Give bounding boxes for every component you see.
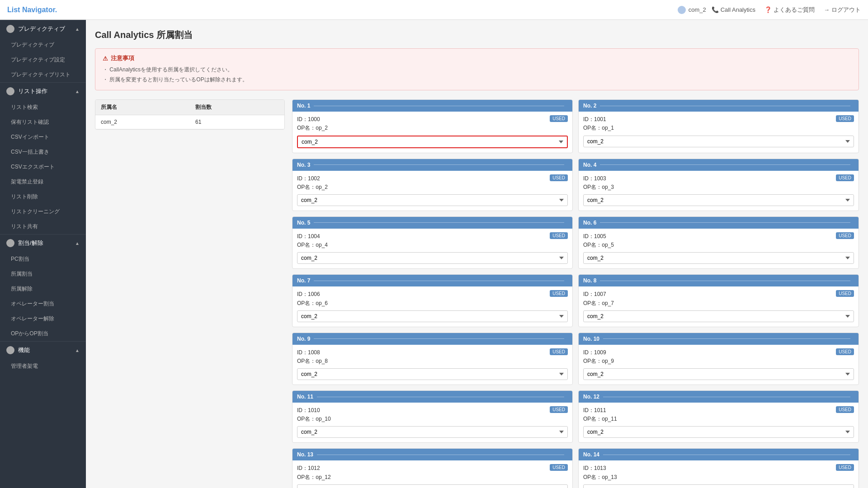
card-info-text-1: ID：1000OP名：op_2 (297, 115, 328, 132)
card-no-5: No. 5 (297, 220, 310, 226)
card-body-8: ID：1007OP名：op_7USEDcom_2 (579, 286, 859, 326)
sidebar-item-dept-assign[interactable]: 所属割当 (0, 267, 86, 282)
used-badge-1: USED (550, 115, 568, 122)
sidebar-item-op-release[interactable]: オペレーター解除 (0, 311, 86, 326)
card-header-9: No. 9 (292, 333, 572, 345)
card-op-3: OP名：op_2 (297, 183, 328, 192)
card-no-11: No. 11 (297, 394, 313, 400)
card-header-10: No. 10 (579, 333, 859, 345)
card-header-line-2 (600, 106, 850, 106)
call-analytics-nav[interactable]: 📞 Call Analytics (712, 6, 755, 13)
card-select-11[interactable]: com_2 (297, 426, 568, 438)
sidebar-section-predictive: プレディクティブ ▲ プレディクティブ プレディクティブ設定 プレディクティブリ… (0, 20, 86, 82)
card-body-2: ID：1001OP名：op_1USEDcom_2 (579, 112, 859, 151)
sidebar-item-predictive-list[interactable]: プレディクティブリスト (0, 67, 86, 82)
card-id-14: ID：1013 (583, 464, 617, 473)
analytics-card-4: No. 4 ID：1003OP名：op_3USEDcom_2 (578, 159, 859, 211)
card-body-11: ID：1010OP名：op_10USEDcom_2 (292, 403, 572, 442)
logout-nav[interactable]: → ログアウト (824, 6, 861, 14)
card-header-line-10 (603, 338, 850, 339)
tenant-name: com_2 (689, 6, 706, 13)
sidebar-item-csv-import[interactable]: CSVインポート (0, 130, 86, 145)
card-id-6: ID：1005 (583, 232, 614, 241)
card-no-13: No. 13 (297, 451, 313, 458)
sidebar-section-list-ops-header[interactable]: リスト操作 ▲ (0, 83, 86, 100)
card-id-4: ID：1003 (583, 174, 614, 183)
sidebar-item-csv-bulk[interactable]: CSV一括上書き (0, 145, 86, 160)
analytics-card-2: No. 2 ID：1001OP名：op_1USEDcom_2 (578, 99, 859, 153)
card-no-4: No. 4 (583, 162, 596, 168)
sidebar-item-op-assign[interactable]: オペレーター割当 (0, 296, 86, 311)
card-select-10[interactable]: com_2 (583, 368, 854, 380)
card-select-3[interactable]: com_2 (297, 194, 568, 206)
sidebar-item-predictive-settings[interactable]: プレディクティブ設定 (0, 52, 86, 67)
app-logo: List Navigator. (7, 6, 57, 14)
card-select-1[interactable]: com_2 (297, 136, 568, 148)
card-select-2[interactable]: com_2 (583, 136, 854, 147)
card-select-9[interactable]: com_2 (297, 368, 568, 380)
sidebar-item-predictive[interactable]: プレディクティブ (0, 38, 86, 52)
topbar: List Navigator. com_2 📞 Call Analytics ❓… (0, 0, 868, 20)
card-select-5[interactable]: com_2 (297, 252, 568, 264)
card-op-11: OP名：op_10 (297, 415, 331, 423)
card-select-4[interactable]: com_2 (583, 194, 854, 206)
sidebar-section-assign-header[interactable]: 割当/解除 ▲ (0, 235, 86, 252)
card-id-12: ID：1011 (583, 406, 617, 415)
card-id-13: ID：1012 (297, 464, 331, 473)
sidebar-item-call-ban[interactable]: 架電禁止登録 (0, 174, 86, 189)
card-info-text-7: ID：1006OP名：op_6 (297, 290, 328, 307)
sidebar-item-dept-release[interactable]: 所属解除 (0, 282, 86, 296)
card-select-14[interactable]: com_2 (583, 484, 854, 488)
card-info-5: ID：1004OP名：op_4USED (297, 232, 568, 249)
card-select-13[interactable]: com_2 (297, 484, 568, 488)
sidebar-item-csv-export[interactable]: CSVエクスポート (0, 160, 86, 174)
card-info-3: ID：1002OP名：op_2USED (297, 174, 568, 192)
sidebar-item-list-cleaning[interactable]: リストクリーニング (0, 204, 86, 219)
card-info-11: ID：1010OP名：op_10USED (297, 406, 568, 423)
sidebar-item-op-from-op[interactable]: OPからOP割当 (0, 326, 86, 341)
card-header-13: No. 13 (292, 449, 572, 460)
sidebar-item-pc-assign[interactable]: PC割当 (0, 252, 86, 267)
card-select-8[interactable]: com_2 (583, 310, 854, 322)
sidebar-section-predictive-title: プレディクティブ (18, 25, 71, 33)
sidebar-item-list-delete[interactable]: リスト削除 (0, 189, 86, 204)
sidebar-item-list-share[interactable]: リスト共有 (0, 219, 86, 234)
chevron-up-icon-4: ▲ (75, 348, 80, 353)
sidebar-section-functions-header[interactable]: 機能 ▲ (0, 342, 86, 359)
used-badge-5: USED (550, 232, 568, 239)
card-info-12: ID：1011OP名：op_11USED (583, 406, 854, 423)
col-header-name: 所属名 (95, 100, 190, 115)
content-area: 所属名 割当数 com_261 No. 1 ID：1000OP名：op_2USE… (95, 99, 859, 488)
card-op-6: OP名：op_5 (583, 241, 614, 249)
card-info-text-5: ID：1004OP名：op_4 (297, 232, 328, 249)
card-info-text-10: ID：1009OP名：op_9 (583, 348, 614, 366)
used-badge-12: USED (836, 406, 854, 413)
card-info-text-13: ID：1012OP名：op_12 (297, 464, 331, 481)
faq-nav[interactable]: ❓ よくあるご質問 (764, 6, 815, 14)
list-icon (6, 87, 14, 95)
analytics-card-11: No. 11 ID：1010OP名：op_10USEDcom_2 (292, 390, 573, 443)
card-body-7: ID：1006OP名：op_6USEDcom_2 (292, 286, 572, 326)
sidebar-section-predictive-header[interactable]: プレディクティブ ▲ (0, 20, 86, 38)
card-header-11: No. 11 (292, 391, 572, 403)
card-header-3: No. 3 (292, 159, 572, 171)
card-header-8: No. 8 (579, 275, 859, 286)
card-info-text-11: ID：1010OP名：op_10 (297, 406, 331, 423)
used-badge-10: USED (836, 348, 854, 355)
used-badge-2: USED (836, 115, 854, 122)
analytics-card-5: No. 5 ID：1004OP名：op_4USEDcom_2 (292, 216, 573, 269)
analytics-card-12: No. 12 ID：1011OP名：op_11USEDcom_2 (578, 390, 859, 443)
card-info-13: ID：1012OP名：op_12USED (297, 464, 568, 481)
card-header-line-4 (600, 164, 850, 165)
card-select-7[interactable]: com_2 (297, 310, 568, 322)
analytics-card-14: No. 14 ID：1013OP名：op_13USEDcom_2 (578, 448, 859, 488)
page-title: Call Analytics 所属割当 (95, 29, 859, 41)
card-info-text-2: ID：1001OP名：op_1 (583, 115, 614, 132)
sidebar-item-list-search[interactable]: リスト検索 (0, 100, 86, 115)
card-body-9: ID：1008OP名：op_8USEDcom_2 (292, 345, 572, 385)
sidebar-item-list-confirm[interactable]: 保有リスト確認 (0, 115, 86, 130)
card-header-line-3 (314, 164, 564, 165)
sidebar-item-admin-call[interactable]: 管理者架電 (0, 359, 86, 374)
card-select-12[interactable]: com_2 (583, 426, 854, 438)
card-select-6[interactable]: com_2 (583, 252, 854, 264)
